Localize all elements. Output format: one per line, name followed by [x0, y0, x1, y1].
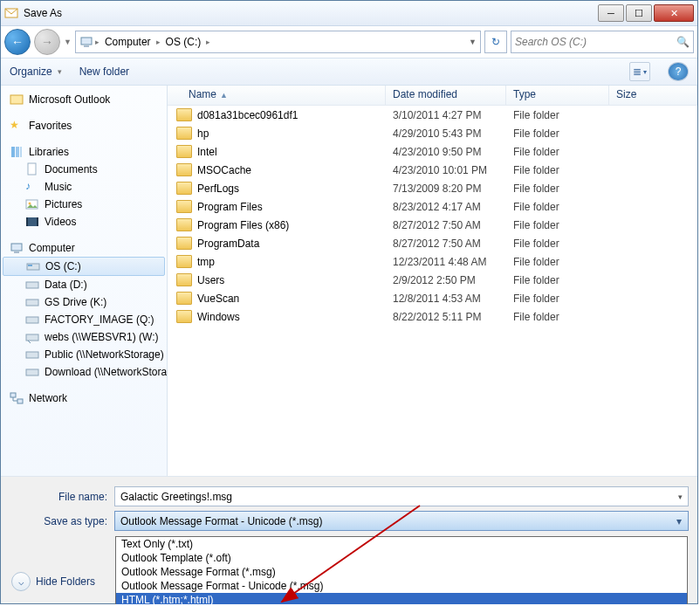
- view-button[interactable]: ≣▾: [629, 62, 650, 81]
- search-placeholder: Search OS (C:): [515, 36, 676, 48]
- col-size[interactable]: Size: [609, 86, 697, 105]
- folder-icon: [176, 145, 192, 158]
- folder-icon: [176, 200, 192, 213]
- sort-asc-icon: ▲: [220, 91, 228, 100]
- table-row[interactable]: Windows8/22/2012 5:11 PMFile folder: [168, 307, 697, 326]
- folder-icon: [176, 255, 192, 268]
- col-date[interactable]: Date modified: [386, 86, 506, 105]
- table-row[interactable]: Users2/9/2012 2:50 PMFile folder: [168, 271, 697, 289]
- col-type[interactable]: Type: [506, 86, 609, 105]
- dropdown-icon[interactable]: ▾: [678, 492, 683, 501]
- table-row[interactable]: hp4/29/2010 5:43 PMFile folder: [168, 124, 697, 142]
- svg-rect-24: [17, 399, 23, 403]
- table-row[interactable]: VueScan12/8/2011 4:53 AMFile folder: [168, 289, 697, 307]
- minimize-button[interactable]: ─: [598, 4, 624, 22]
- maximize-button[interactable]: ☐: [626, 4, 652, 22]
- nav-videos[interactable]: Videos: [1, 213, 167, 231]
- computer-icon: [79, 35, 93, 49]
- svg-rect-12: [37, 217, 38, 226]
- titlebar: Save As ─ ☐ ✕: [1, 1, 697, 26]
- folder-icon: [176, 237, 192, 250]
- saveastype-select[interactable]: Outlook Message Format - Unicode (*.msg)…: [114, 511, 689, 531]
- svg-rect-17: [26, 282, 38, 288]
- save-as-dialog: Save As ─ ☐ ✕ ← → ▼ ▸ Computer ▸ OS (C:)…: [0, 0, 698, 604]
- nav-osc[interactable]: OS (C:): [3, 257, 165, 276]
- nav-factory[interactable]: FACTORY_IMAGE (Q:): [1, 311, 167, 328]
- svg-rect-19: [26, 317, 38, 323]
- toolbar: Organize▾ New folder ≣▾ ?: [1, 58, 697, 86]
- nav-music[interactable]: ♪Music: [1, 178, 167, 196]
- table-row[interactable]: Intel4/23/2010 9:50 PMFile folder: [168, 142, 697, 161]
- dropdown-option[interactable]: HTML (*.htm;*.html): [116, 593, 687, 604]
- table-row[interactable]: ProgramData8/27/2012 7:50 AMFile folder: [168, 234, 697, 252]
- hide-folders-button[interactable]: ⌵ Hide Folders: [11, 572, 95, 591]
- svg-rect-10: [26, 217, 38, 226]
- close-button[interactable]: ✕: [654, 4, 694, 22]
- svg-rect-16: [28, 265, 32, 266]
- nav-documents[interactable]: Documents: [1, 161, 167, 178]
- breadcrumb[interactable]: ▸ Computer ▸ OS (C:) ▸ ▼: [75, 31, 481, 53]
- organize-button[interactable]: Organize: [10, 65, 52, 78]
- search-input[interactable]: Search OS (C:) 🔍: [511, 31, 694, 53]
- folder-icon: [176, 273, 192, 286]
- window-title: Save As: [24, 7, 596, 19]
- col-name[interactable]: Name▲: [168, 86, 386, 105]
- nav-outlook[interactable]: Microsoft Outlook: [1, 91, 167, 108]
- nav-libraries[interactable]: Libraries: [1, 143, 167, 161]
- svg-rect-14: [14, 251, 19, 253]
- forward-button[interactable]: →: [34, 29, 60, 55]
- nav-datad[interactable]: Data (D:): [1, 276, 167, 293]
- recent-dropdown-icon[interactable]: ▼: [64, 38, 72, 46]
- filename-label: File name:: [10, 491, 114, 503]
- table-row[interactable]: MSOCache4/23/2010 10:01 PMFile folder: [168, 161, 697, 179]
- bottom-panel: File name: Galactic Greetings!.msg▾ Save…: [1, 476, 697, 603]
- nav-pictures[interactable]: Pictures: [1, 196, 167, 213]
- svg-rect-23: [10, 393, 16, 397]
- nav-favorites[interactable]: ★Favorites: [1, 117, 167, 134]
- back-button[interactable]: ←: [4, 29, 31, 55]
- search-icon: 🔍: [676, 36, 690, 48]
- dropdown-option[interactable]: Outlook Message Format (*.msg): [116, 565, 687, 579]
- table-row[interactable]: Program Files (x86)8/27/2012 7:50 AMFile…: [168, 216, 697, 234]
- folder-icon: [176, 182, 192, 195]
- svg-rect-6: [20, 147, 22, 157]
- svg-rect-13: [11, 244, 22, 251]
- dropdown-option[interactable]: Text Only (*.txt): [116, 537, 687, 551]
- dropdown-option[interactable]: Outlook Template (*.oft): [116, 551, 687, 565]
- nav-webs[interactable]: webs (\\WEBSVR1) (W:): [1, 328, 167, 346]
- nav-gsd[interactable]: GS Drive (K:): [1, 293, 167, 311]
- svg-rect-7: [28, 163, 36, 175]
- body: Microsoft Outlook ★Favorites Libraries D…: [1, 86, 697, 476]
- table-row[interactable]: tmp12/23/2011 4:48 AMFile folder: [168, 252, 697, 271]
- nav-row: ← → ▼ ▸ Computer ▸ OS (C:) ▸ ▼ ↻ Search …: [1, 26, 697, 58]
- folder-icon: [176, 218, 192, 231]
- table-row[interactable]: PerfLogs7/13/2009 8:20 PMFile folder: [168, 179, 697, 197]
- svg-rect-3: [10, 95, 23, 104]
- rows-container[interactable]: d081a31bcec0961df13/10/2011 4:27 PMFile …: [168, 106, 697, 476]
- saveastype-label: Save as type:: [10, 515, 114, 527]
- help-button[interactable]: ?: [668, 62, 689, 81]
- svg-rect-4: [11, 147, 15, 157]
- table-row[interactable]: Program Files8/23/2012 4:17 AMFile folde…: [168, 197, 697, 216]
- folder-icon: [176, 108, 192, 121]
- breadcrumb-dropdown-icon[interactable]: ▼: [469, 38, 477, 46]
- filename-input[interactable]: Galactic Greetings!.msg▾: [114, 486, 689, 506]
- nav-computer[interactable]: Computer: [1, 239, 167, 257]
- breadcrumb-computer[interactable]: Computer: [101, 36, 154, 48]
- chevron-down-icon: ⌵: [11, 572, 31, 591]
- dropdown-option[interactable]: Outlook Message Format - Unicode (*.msg): [116, 579, 687, 593]
- folder-icon: [176, 163, 192, 176]
- new-folder-button[interactable]: New folder: [79, 65, 129, 78]
- svg-rect-18: [26, 300, 38, 306]
- nav-download[interactable]: Download (\\NetworkStorage): [1, 363, 167, 381]
- table-row[interactable]: d081a31bcec0961df13/10/2011 4:27 PMFile …: [168, 106, 697, 124]
- dropdown-icon[interactable]: ▾: [671, 513, 686, 528]
- saveastype-dropdown[interactable]: Text Only (*.txt)Outlook Template (*.oft…: [115, 536, 688, 604]
- nav-public[interactable]: Public (\\NetworkStorage): [1, 346, 167, 363]
- nav-pane[interactable]: Microsoft Outlook ★Favorites Libraries D…: [1, 86, 168, 476]
- column-headers[interactable]: Name▲ Date modified Type Size: [168, 86, 697, 106]
- nav-network[interactable]: Network: [1, 389, 167, 407]
- refresh-button[interactable]: ↻: [484, 31, 507, 53]
- breadcrumb-osc[interactable]: OS (C:): [162, 36, 205, 48]
- app-icon: [4, 6, 18, 20]
